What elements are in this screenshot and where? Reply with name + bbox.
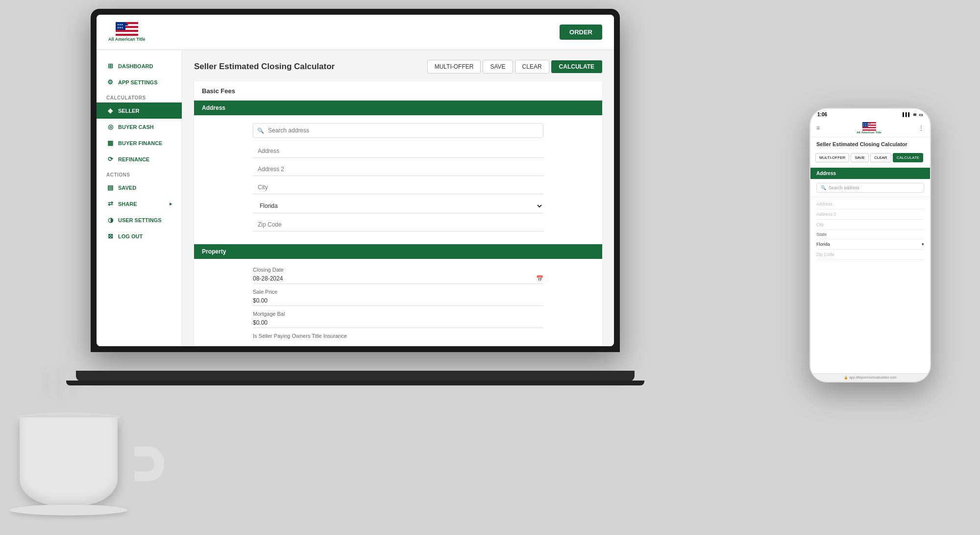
share-arrow-icon: ▸ [170, 201, 172, 206]
sidebar-item-buyer-finance[interactable]: ▦ BUYER FINANCE [97, 135, 182, 151]
phone-form-fields: Address Address 2 City State Florida ▾ Z… [810, 197, 930, 262]
sidebar-item-share[interactable]: ⇄ SHARE ▸ [97, 196, 182, 212]
laptop-screen: ★★★ ★★★ All American Title ORDER ⊞ [97, 15, 614, 346]
phone-search-icon: 🔍 [821, 185, 826, 190]
sidebar-item-label: USER SETTINGS [118, 217, 162, 223]
sidebar-section-calculators: CALCULATORS [97, 90, 182, 102]
address-form: 🔍 [194, 115, 602, 244]
phone-status-bar: 1:06 ▌▌▌ ≋ ▭ [810, 109, 930, 119]
address-section-header: Address [194, 101, 602, 115]
calculate-button[interactable]: CALCULATE [551, 60, 602, 73]
phone-device: 1:06 ▌▌▌ ≋ ▭ ≡ ★★★ ★★★ [809, 108, 931, 382]
phone-address2-field[interactable]: Address 2 [816, 209, 924, 220]
city-input[interactable] [253, 181, 543, 194]
state-select[interactable]: Florida [253, 199, 543, 213]
phone-search-placeholder: Search address [829, 185, 859, 190]
phone-page-header: Seller Estimated Closing Calculator MULT… [810, 137, 930, 168]
clear-button[interactable]: CLEAR [515, 60, 549, 74]
phone-action-buttons: MULTI-OFFER SAVE CLEAR CALCULATE [810, 151, 930, 166]
app-header: ★★★ ★★★ All American Title ORDER [97, 15, 614, 50]
logo-text: All American Title [108, 37, 146, 42]
action-buttons: MULTI-OFFER SAVE CLEAR CALCULATE [427, 60, 602, 74]
laptop-base-bottom [66, 381, 644, 385]
closing-date-label: Closing Date [253, 267, 543, 273]
address-input[interactable] [253, 145, 543, 158]
multi-offer-button[interactable]: MULTI-OFFER [427, 60, 481, 74]
phone-address-form: 🔍 Search address Address Address 2 City … [810, 179, 930, 373]
main-content: Seller Estimated Closing Calculator MULT… [182, 50, 614, 346]
logo-flag-icon: ★★★ ★★★ [116, 22, 138, 37]
saved-icon: ▤ [106, 184, 114, 191]
sidebar-item-saved[interactable]: ▤ SAVED [97, 179, 182, 196]
owners-insurance-field: Is Seller Paying Owners Title Insurance [253, 333, 543, 339]
coffee-cup-decoration [10, 363, 167, 520]
phone-multi-offer-button[interactable]: MULTI-OFFER [815, 153, 849, 162]
battery-icon: ▭ [919, 112, 923, 117]
phone-zip-field[interactable]: Zip Code [816, 250, 924, 260]
sidebar-item-user-settings[interactable]: ◑ USER SETTINGS [97, 212, 182, 228]
sidebar-item-label: BUYER CASH [118, 124, 154, 130]
sidebar-section-actions: ACTIONS [97, 167, 182, 179]
refinance-icon: ⟳ [106, 155, 114, 163]
phone-state-select[interactable]: Florida ▾ [816, 239, 924, 250]
closing-date-field: Closing Date 08-28-2024 📅 [253, 267, 543, 284]
settings-icon: ⚙ [106, 78, 114, 86]
sidebar-item-label: SAVED [118, 185, 136, 191]
mortgage-bal-field: Mortgage Bal $0.00 [253, 311, 543, 328]
phone-address-field[interactable]: Address [816, 199, 924, 209]
sidebar-item-app-settings[interactable]: ⚙ APP SETTINGS [97, 74, 182, 90]
phone-save-button[interactable]: SAVE [851, 153, 869, 162]
phone-clear-button[interactable]: CLEAR [870, 153, 891, 162]
laptop-device: ★★★ ★★★ All American Title ORDER ⊞ [91, 9, 620, 382]
sale-price-value[interactable]: $0.00 [253, 296, 543, 306]
phone-city-field[interactable]: City [816, 220, 924, 230]
phone-more-icon[interactable]: ⋮ [918, 125, 924, 131]
phone-url-bar: 🔒 app.titlepremiumcalculator.com [810, 373, 930, 382]
svg-rect-3 [116, 30, 138, 32]
phone-logo-flag-icon: ★★★ ★★★ [862, 122, 876, 131]
sidebar-item-label: LOG OUT [118, 233, 143, 239]
address2-input[interactable] [253, 163, 543, 176]
phone-header: ≡ ★★★ ★★★ All American Title ⋮ [810, 119, 930, 137]
address2-field-wrap [253, 163, 543, 176]
sidebar-item-seller[interactable]: ◈ SELLER [97, 102, 182, 119]
sidebar-item-log-out[interactable]: ⊠ LOG OUT [97, 228, 182, 244]
address-search-input[interactable] [253, 123, 543, 138]
address-search-wrap[interactable]: 🔍 [253, 123, 543, 138]
phone-url-text: app.titlepremiumcalculator.com [849, 376, 897, 379]
closing-date-value[interactable]: 08-28-2024 📅 [253, 274, 543, 284]
sidebar-item-label: APP SETTINGS [118, 79, 157, 85]
phone-address-header: Address [810, 168, 930, 179]
zip-field-wrap [253, 218, 543, 231]
svg-text:★★★: ★★★ [863, 125, 869, 127]
calendar-icon[interactable]: 📅 [536, 275, 543, 282]
app-logo: ★★★ ★★★ All American Title [108, 22, 146, 42]
mortgage-bal-value[interactable]: $0.00 [253, 318, 543, 328]
sidebar-item-dashboard[interactable]: ⊞ DASHBOARD [97, 58, 182, 74]
phone-calculate-button[interactable]: CALCULATE [893, 153, 924, 162]
property-form: Closing Date 08-28-2024 📅 Sale Price $0.… [194, 259, 602, 346]
page-header: Seller Estimated Closing Calculator MULT… [194, 60, 602, 74]
sidebar-item-buyer-cash[interactable]: ◎ BUYER CASH [97, 119, 182, 135]
zip-input[interactable] [253, 218, 543, 231]
sidebar-item-label: DASHBOARD [118, 63, 153, 69]
phone-status-icons: ▌▌▌ ≋ ▭ [903, 112, 923, 117]
sidebar-item-refinance[interactable]: ⟳ REFINANCE [97, 151, 182, 167]
phone-state-label: State [816, 230, 924, 239]
sidebar-item-label: REFINANCE [118, 156, 149, 162]
seller-icon: ◈ [106, 107, 114, 114]
basic-fees-card: Basic Fees Address 🔍 [194, 81, 602, 346]
buyer-cash-icon: ◎ [106, 123, 114, 130]
laptop-base [76, 371, 635, 382]
svg-rect-11 [862, 127, 876, 128]
sidebar: ⊞ DASHBOARD ⚙ APP SETTINGS CALCULATORS ◈… [97, 50, 182, 346]
sale-price-field: Sale Price $0.00 [253, 289, 543, 306]
order-button[interactable]: ORDER [560, 25, 602, 40]
sidebar-item-label: SELLER [118, 108, 139, 114]
phone-search-input-wrap[interactable]: 🔍 Search address [816, 183, 924, 193]
phone-search-wrap: 🔍 Search address [810, 179, 930, 197]
state-field-wrap: Florida [253, 199, 543, 213]
phone-menu-icon[interactable]: ≡ [816, 125, 820, 131]
save-button[interactable]: SAVE [483, 60, 513, 74]
share-icon: ⇄ [106, 200, 114, 207]
